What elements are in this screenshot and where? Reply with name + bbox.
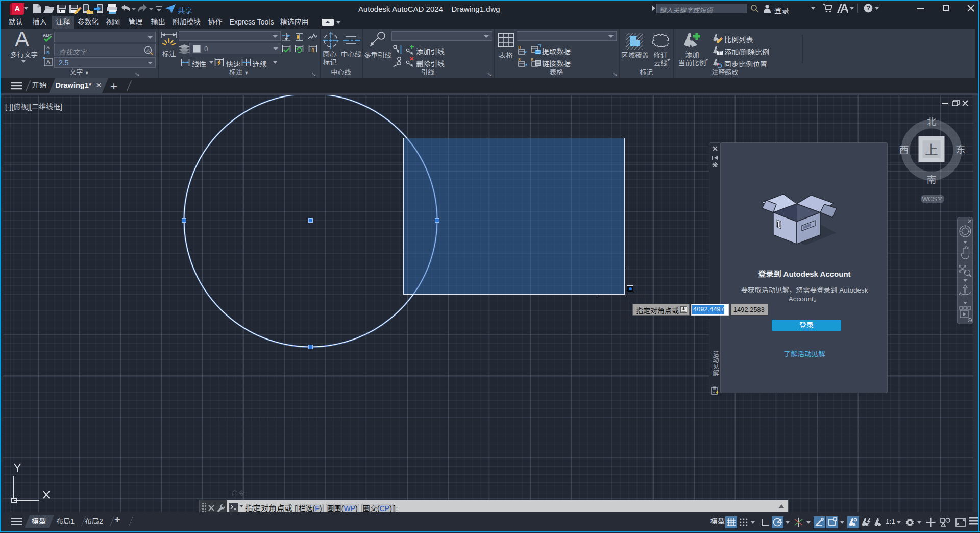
svg-text:上: 上 — [925, 142, 938, 158]
svg-text:A: A — [146, 48, 150, 53]
svg-text:B: B — [46, 50, 50, 55]
svg-text:A: A — [46, 59, 51, 65]
svg-text:8: 8 — [311, 47, 314, 53]
svg-text:西: 西 — [899, 144, 909, 155]
svg-text:南: 南 — [926, 175, 936, 185]
svg-text:?: ? — [866, 5, 870, 12]
svg-text:A: A — [46, 45, 50, 50]
svg-text:东: 东 — [955, 144, 965, 155]
svg-text:A: A — [15, 4, 20, 13]
svg-text:北: 北 — [926, 116, 936, 127]
svg-text:WCS: WCS — [922, 196, 937, 203]
